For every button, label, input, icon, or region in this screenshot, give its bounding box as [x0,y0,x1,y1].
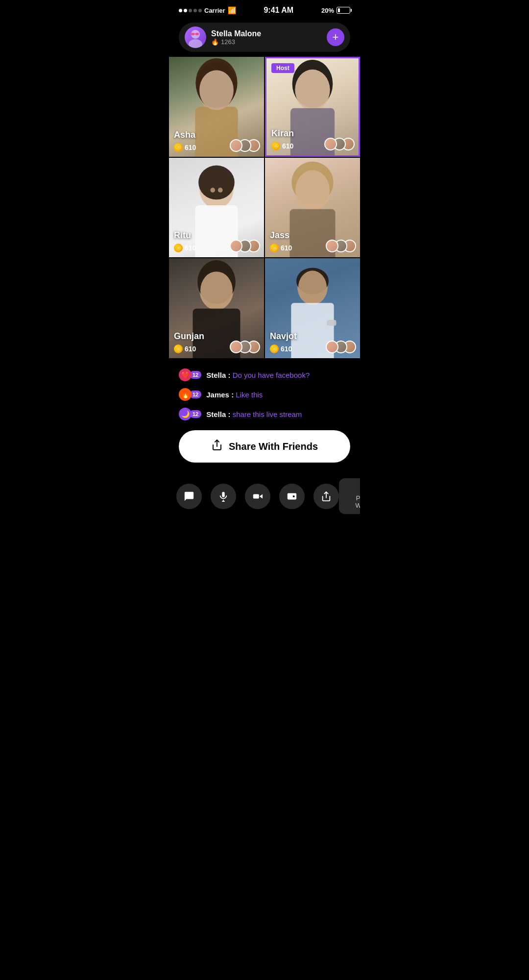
video-cell-kiran[interactable]: Host Kiran 🪙 610 [265,57,360,157]
svg-point-12 [295,70,330,110]
svg-rect-40 [293,495,295,497]
wifi-icon: 📶 [228,6,236,14]
cell-name-gunjan: Gunjan [174,331,204,342]
cell-name-kiran: Kiran [271,128,294,139]
avatar [185,26,206,48]
cell-score-navjot: 🪙 610 [270,344,292,353]
svg-point-15 [198,165,235,199]
cell-score-jass: 🪙 610 [270,244,292,252]
svg-point-25 [200,272,233,310]
host-badge: Host [271,63,294,73]
battery-icon [337,7,350,14]
cell-score-kiran: 🪙 610 [271,142,293,150]
chat-sender-1: Stella [206,371,226,379]
cell-avatars-gunjan [234,341,260,353]
fire-badge-icon: 🔥 [179,388,192,401]
status-bar: Carrier 📶 9:41 AM 20% [169,0,360,18]
heart-badge-icon: ❤️ [179,368,192,381]
fire-icon: 🔥 [211,38,219,46]
cell-name-ritu: Ritu [174,230,191,241]
coin-icon-kiran: 🪙 [271,142,280,150]
add-button[interactable]: + [327,28,344,46]
chat-text-1: Stella : Do you have facebook? [206,371,310,379]
video-action-button[interactable] [245,484,270,509]
cell-name-navjot: Navjot [270,331,297,342]
mini-avatar-1 [230,139,242,152]
chat-message-3: 🌙 12 Stella : share this live stream [179,408,350,420]
cell-avatars-asha [234,139,260,152]
video-cell-asha[interactable]: Asha 🪙 610 [169,57,264,157]
chat-sender-3: Stella [206,410,226,418]
bottom-bar: 0 People Waiting [169,472,360,520]
cell-avatars-kiran [328,138,355,150]
svg-marker-38 [260,494,263,498]
chat-badge-2: 🔥 12 [179,388,201,401]
mini-avatar-g1 [230,341,242,353]
chat-action-button[interactable] [176,484,202,509]
mini-avatar-n1 [326,341,338,353]
profile-name: Stella Malone [211,29,322,38]
svg-point-1 [189,39,202,48]
video-cell-ritu[interactable]: Ritu 🪙 610 [169,158,264,258]
video-cell-jass[interactable]: Jass 🪙 610 [265,158,360,258]
share-with-friends-button[interactable]: Share With Friends [179,430,350,463]
cell-name-jass: Jass [270,230,289,241]
cell-score-gunjan: 🪙 610 [174,344,196,353]
profile-card: Stella Malone 🔥 1263 + [179,23,350,52]
profile-score: 🔥 1263 [211,38,322,46]
cell-name-asha: Asha [174,130,195,140]
svg-point-18 [218,188,223,193]
coin-icon-ritu: 🪙 [174,244,183,252]
battery-percent: 20% [321,7,334,14]
time-display: 9:41 AM [264,6,293,15]
share-action-button[interactable] [313,484,339,509]
waiting-label: People Waiting [347,494,360,509]
chat-msg-1: Do you have facebook? [233,371,310,379]
cell-avatars-jass [330,240,356,252]
cell-avatars-ritu [234,240,260,252]
signal-dot-5 [198,9,202,12]
chat-badge-1: ❤️ 12 [179,368,201,381]
svg-point-21 [295,170,330,210]
status-left: Carrier 📶 [179,6,236,14]
video-grid: Asha 🪙 610 Host Kiran 🪙 610 [169,57,360,358]
people-waiting-panel: 0 People Waiting [339,478,360,514]
status-right: 20% [321,7,350,14]
chat-msg-3: share this live stream [233,410,302,418]
moon-badge-icon: 🌙 [179,408,192,420]
share-section: Share With Friends [169,425,360,472]
chat-message-1: ❤️ 12 Stella : Do you have facebook? [179,368,350,381]
svg-point-30 [298,271,327,305]
chat-text-2: James : Like this [206,391,263,399]
chat-badge-3: 🌙 12 [179,408,201,420]
chat-text-3: Stella : share this live stream [206,410,302,418]
coin-icon-navjot: 🪙 [270,344,279,353]
bottom-actions [176,484,339,509]
cell-score-ritu: 🪙 610 [174,244,196,252]
cell-avatars-navjot [330,341,356,353]
svg-rect-37 [253,494,259,498]
chat-section: ❤️ 12 Stella : Do you have facebook? 🔥 1… [169,361,360,425]
signal-dot-4 [193,9,197,12]
share-icon [211,439,223,454]
video-cell-gunjan[interactable]: Gunjan 🪙 610 [169,258,264,358]
cell-score-asha: 🪙 610 [174,143,196,152]
coin-icon: 🪙 [174,143,183,152]
carrier-label: Carrier [204,7,225,14]
svg-rect-39 [288,493,296,499]
svg-rect-34 [222,491,225,497]
svg-rect-32 [327,320,336,326]
battery-fill [338,8,340,12]
chat-msg-2: Like this [236,391,263,399]
svg-point-17 [210,188,215,193]
share-button-label: Share With Friends [229,441,318,452]
mic-action-button[interactable] [211,484,236,509]
video-cell-navjot[interactable]: Navjot 🪙 610 [265,258,360,358]
mini-avatar-k1 [324,138,337,150]
score-value: 1263 [221,38,235,46]
coin-icon-gunjan: 🪙 [174,344,183,353]
svg-rect-2 [191,33,194,35]
chat-sender-2: James [206,391,229,399]
wallet-action-button[interactable] [279,484,305,509]
waiting-count: 0 [347,483,360,494]
